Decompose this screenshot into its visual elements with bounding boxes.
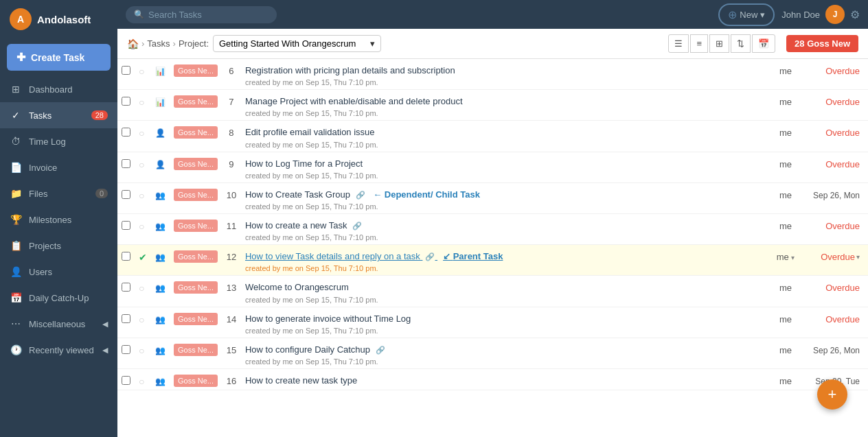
task-check-icon[interactable]: ○	[139, 159, 144, 170]
task-meta: created by me on Sep 15, Thu 7:10 pm.	[245, 109, 761, 117]
view-sort-icon[interactable]: ⇅	[731, 34, 751, 53]
breadcrumb-tasks[interactable]: Tasks	[147, 38, 170, 49]
timelog-icon: ⏱	[10, 136, 22, 147]
status-badge: Overdue	[825, 97, 860, 107]
breadcrumb-sep1: ›	[141, 38, 144, 49]
sidebar-item-timelog[interactable]: ⏱ Time Log	[0, 128, 117, 154]
task-num: 12	[222, 245, 241, 276]
task-checkbox[interactable]	[122, 345, 130, 354]
search-icon: 🔍	[134, 10, 144, 19]
sidebar-item-files[interactable]: 📁 Files 0	[0, 180, 117, 206]
metric-icon: 📊	[155, 97, 165, 107]
task-checkbox[interactable]	[122, 66, 130, 75]
sidebar-item-label: Dashboard	[29, 84, 73, 95]
fab-button[interactable]: +	[817, 379, 847, 410]
link-icon: 🔗	[425, 252, 435, 262]
task-checkbox[interactable]	[122, 221, 130, 230]
status-badge: Sep 26, Mon	[813, 346, 860, 355]
status-badge: Overdue	[821, 252, 855, 262]
sidebar-item-misc[interactable]: ⋯ Miscellaneous ◀	[0, 311, 117, 337]
topbar: 🔍 ⊕ New ▾ John Doe J ⚙	[117, 0, 868, 29]
task-check-icon[interactable]: ○	[139, 97, 144, 108]
home-icon[interactable]: 🏠	[127, 38, 139, 49]
sidebar-item-milestones[interactable]: 🏆 Milestones	[0, 206, 117, 233]
task-title[interactable]: How to configure Daily Catchup 🔗	[245, 344, 761, 356]
project-select[interactable]: Getting Started With Orangescrum ▾	[213, 35, 381, 52]
sidebar-item-label: Users	[29, 267, 52, 277]
task-title[interactable]: How to create a new Task 🔗	[245, 220, 761, 232]
project-dropdown-arrow: ▾	[370, 38, 375, 49]
files-badge: 0	[95, 189, 108, 198]
sidebar-item-label: Invoice	[29, 163, 57, 173]
task-check-icon[interactable]: ○	[139, 221, 144, 232]
status-badge: Overdue	[825, 66, 860, 76]
sidebar-item-invoice[interactable]: 📄 Invoice	[0, 154, 117, 180]
new-button[interactable]: ⊕ New ▾	[718, 3, 775, 26]
task-title[interactable]: Registration with pricing plan details a…	[245, 64, 761, 77]
sidebar-item-users[interactable]: 👤 Users	[0, 259, 117, 285]
task-checkbox[interactable]	[122, 376, 130, 385]
task-title[interactable]: How to Create Task Group 🔗 ← Dependent/ …	[245, 189, 761, 201]
gear-icon[interactable]: ⚙	[850, 8, 860, 21]
task-checkbox[interactable]	[122, 283, 130, 292]
task-title[interactable]: Manage Project with enable/disable and d…	[245, 95, 761, 108]
task-check-icon[interactable]: ○	[139, 128, 144, 139]
task-check-icon[interactable]: ○	[139, 283, 144, 294]
task-num: 6	[222, 59, 241, 90]
task-checkbox[interactable]	[122, 252, 130, 261]
task-tag: Goss Ne...	[174, 64, 218, 77]
sidebar-item-dailycatchup[interactable]: 📅 Daily Catch-Up	[0, 285, 117, 311]
create-task-icon: ✚	[16, 51, 25, 64]
task-title[interactable]: How to generate invoice without Time Log	[245, 313, 761, 325]
create-task-button[interactable]: ✚ Create Task	[7, 44, 111, 71]
new-btn-label: New	[740, 10, 757, 20]
search-box[interactable]: 🔍	[126, 6, 277, 23]
task-checkbox[interactable]	[122, 190, 130, 199]
metric-icon: 👥	[155, 346, 165, 355]
sidebar-item-recentlyviewed[interactable]: 🕐 Recently viewed ◀	[0, 337, 117, 363]
search-input[interactable]	[148, 10, 251, 20]
task-tag: Goss Ne...	[174, 281, 218, 294]
view-list-icon[interactable]: ☰	[668, 34, 689, 53]
task-assigned: me	[765, 121, 806, 152]
task-title[interactable]: How to create new task type	[245, 375, 761, 387]
task-checkbox[interactable]	[122, 314, 130, 323]
task-check-icon[interactable]: ○	[139, 376, 144, 387]
task-checkbox[interactable]	[122, 128, 130, 137]
sidebar-item-label: Daily Catch-Up	[29, 293, 89, 303]
task-check-icon[interactable]: ○	[139, 190, 144, 201]
table-row: ○ 📊 Goss Ne... 6 Registration with prici…	[117, 59, 868, 90]
task-title[interactable]: Edit profile email validation issue	[245, 126, 761, 139]
task-tag: Goss Ne...	[174, 126, 218, 139]
view-calendar-icon[interactable]: 📅	[752, 34, 775, 53]
task-assigned: me	[765, 276, 806, 307]
task-title[interactable]: How to view Task details and reply on a …	[245, 250, 761, 263]
task-tag: Goss Ne...	[174, 375, 218, 387]
sidebar-item-tasks[interactable]: ✓ Tasks 28	[0, 102, 117, 128]
task-check-icon[interactable]: ○	[139, 345, 144, 356]
plus-circle-icon: ⊕	[728, 8, 737, 21]
task-tag: Goss Ne...	[174, 250, 218, 263]
link-icon: 🔗	[356, 190, 365, 200]
task-title[interactable]: How to Log Time for a Project	[245, 158, 761, 170]
assigned-dropdown-arrow[interactable]: ▾	[791, 254, 795, 261]
child-annotation-arrow: ←	[373, 189, 382, 200]
table-row: ○ 👥 Goss Ne... 10 How to Create Task Gro…	[117, 182, 868, 213]
view-detail-icon[interactable]: ≡	[690, 34, 708, 53]
task-title[interactable]: Welcome to Orangescrum	[245, 281, 761, 294]
task-checkbox[interactable]	[122, 97, 130, 106]
project-dropdown[interactable]: Getting Started With Orangescrum	[219, 38, 367, 49]
sidebar-item-label: Time Log	[29, 137, 66, 147]
task-tag: Goss Ne...	[174, 189, 218, 201]
task-check-icon[interactable]: ○	[139, 314, 144, 325]
sidebar-item-dashboard[interactable]: ⊞ Dashboard	[0, 76, 117, 102]
status-dropdown-arrow[interactable]: ▾	[856, 253, 860, 261]
table-row: ○ 👥 Goss Ne... 14 How to generate invoic…	[117, 307, 868, 338]
task-assigned: me	[765, 182, 806, 213]
status-dropdown[interactable]: Overdue ▾	[821, 252, 860, 262]
view-grid-icon[interactable]: ⊞	[709, 34, 729, 53]
sidebar-item-projects[interactable]: 📋 Projects	[0, 233, 117, 259]
task-checkbox[interactable]	[122, 159, 130, 168]
task-check-icon[interactable]: ✔	[139, 252, 147, 263]
task-check-icon[interactable]: ○	[139, 66, 144, 77]
